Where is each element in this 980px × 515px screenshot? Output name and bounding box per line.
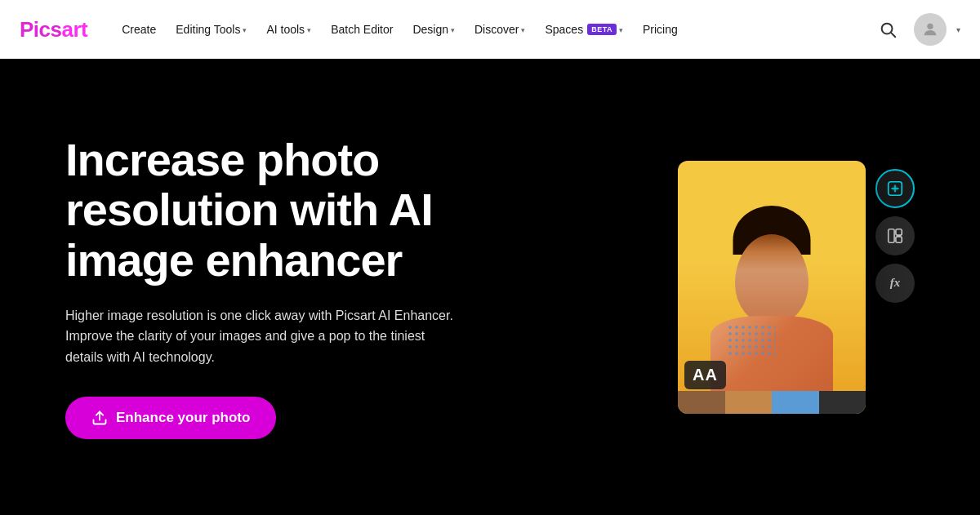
search-button[interactable]: [871, 13, 904, 46]
aa-text-overlay: AA: [684, 361, 726, 389]
enhance-cta-button[interactable]: Enhance your photo: [65, 397, 276, 439]
nav-item-editing-tools[interactable]: Editing Tools ▾: [167, 16, 255, 42]
enhance-tool-button[interactable]: [875, 169, 915, 208]
nav-item-ai-tools[interactable]: AI tools ▾: [258, 16, 319, 42]
shirt-pattern: [727, 324, 776, 357]
chevron-down-icon: ▾: [243, 26, 247, 34]
search-icon: [879, 20, 897, 38]
chevron-down-icon: ▾: [619, 26, 623, 34]
nav-right: ▾: [871, 13, 960, 46]
hero-title: Increase photo resolution with AI image …: [65, 135, 523, 286]
color-palette-bar: [678, 391, 866, 414]
nav-item-discover[interactable]: Discover ▾: [466, 16, 533, 42]
logo-text: Picsart: [20, 17, 87, 42]
hero-section: Increase photo resolution with AI image …: [0, 59, 980, 515]
enhance-cta-label: Enhance your photo: [116, 410, 250, 426]
nav-links: Create Editing Tools ▾ AI tools ▾ Batch …: [114, 16, 871, 42]
svg-rect-7: [896, 229, 902, 234]
upload-icon: [91, 410, 108, 426]
user-avatar-button[interactable]: [914, 13, 947, 46]
enhance-ai-icon: [886, 180, 904, 198]
palette-color-3: [772, 391, 819, 414]
svg-line-1: [891, 33, 895, 37]
logo[interactable]: Picsart: [20, 17, 87, 42]
hero-description: Higher image resolution is one click awa…: [65, 305, 457, 368]
fx-tool-button[interactable]: fx: [875, 264, 915, 303]
nav-item-create[interactable]: Create: [114, 16, 164, 42]
svg-point-2: [927, 24, 933, 29]
chevron-down-icon: ▾: [307, 26, 311, 34]
layout-icon: [886, 227, 904, 245]
navbar: Picsart Create Editing Tools ▾ AI tools …: [0, 0, 980, 59]
fx-label: fx: [890, 276, 901, 290]
photo-background: AA: [678, 161, 866, 414]
nav-item-design[interactable]: Design ▾: [404, 16, 463, 42]
svg-point-5: [893, 186, 898, 191]
svg-rect-8: [896, 236, 902, 242]
nav-item-batch-editor[interactable]: Batch Editor: [323, 16, 401, 42]
user-icon: [921, 20, 939, 38]
nav-item-pricing[interactable]: Pricing: [635, 16, 686, 42]
avatar-chevron-icon[interactable]: ▾: [956, 25, 960, 34]
nav-item-spaces[interactable]: Spaces BETA ▾: [537, 16, 631, 42]
head-shape: [735, 234, 808, 324]
palette-color-1: [678, 391, 725, 414]
hero-photo-card: AA: [678, 161, 866, 414]
hero-content: Increase photo resolution with AI image …: [65, 135, 523, 440]
palette-color-2: [725, 391, 773, 414]
layout-tool-button[interactable]: [875, 216, 915, 255]
chevron-down-icon: ▾: [451, 26, 455, 34]
spaces-beta-badge: BETA: [587, 24, 617, 35]
palette-color-4: [819, 391, 866, 414]
chevron-down-icon: ▾: [521, 26, 525, 34]
tool-buttons-panel: fx: [875, 169, 915, 303]
svg-rect-6: [889, 229, 894, 242]
hero-image-area: AA: [678, 161, 915, 414]
